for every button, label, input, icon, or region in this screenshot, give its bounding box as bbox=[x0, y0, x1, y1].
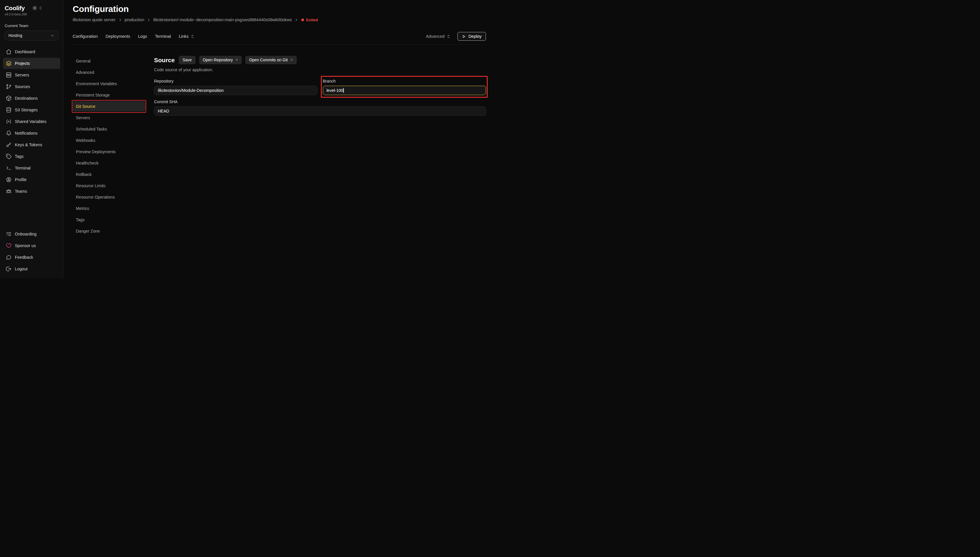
subnav-item-resource-limits[interactable]: Resource Limits bbox=[73, 181, 145, 191]
deploy-button-label: Deploy bbox=[468, 34, 481, 39]
sidebar-item-label: Destinations bbox=[15, 96, 38, 101]
theme-toggle[interactable] bbox=[32, 5, 42, 10]
configuration-content: General Advanced Environment Variables P… bbox=[73, 56, 486, 236]
sidebar: Coolify v4.0.0-beta.399 Current Team Hos… bbox=[0, 0, 63, 278]
sidebar-spacer bbox=[0, 197, 63, 228]
subnav-item-servers[interactable]: Servers bbox=[73, 112, 145, 123]
subnav-item-webhooks[interactable]: Webhooks bbox=[73, 135, 145, 146]
subnav-item-advanced[interactable]: Advanced bbox=[73, 67, 145, 78]
breadcrumb-application[interactable]: illicitestonion/-module--decomposition:m… bbox=[153, 18, 292, 22]
status-badge: Exited bbox=[301, 18, 318, 22]
status-dot bbox=[301, 19, 304, 21]
user-icon bbox=[6, 177, 11, 182]
app-logo: Coolify bbox=[5, 5, 25, 11]
package-icon bbox=[6, 95, 11, 101]
sidebar-item-notifications[interactable]: Notifications bbox=[3, 128, 60, 138]
external-link-icon bbox=[235, 59, 238, 62]
heart-icon bbox=[6, 243, 11, 249]
tab-logs[interactable]: Logs bbox=[138, 34, 147, 39]
subnav-item-persistent-storage[interactable]: Persistent Storage bbox=[73, 90, 145, 100]
sidebar-header: Coolify v4.0.0-beta.399 bbox=[0, 0, 63, 16]
subnav-item-scheduled-tasks[interactable]: Scheduled Tasks bbox=[73, 124, 145, 134]
repository-input[interactable] bbox=[154, 86, 317, 95]
sidebar-item-servers[interactable]: Servers bbox=[3, 70, 60, 80]
tab-terminal[interactable]: Terminal bbox=[155, 34, 171, 39]
source-description: Code source of your application. bbox=[154, 67, 486, 72]
sun-icon bbox=[32, 5, 37, 10]
current-team-label: Current Team bbox=[5, 24, 59, 28]
open-commits-label: Open Commits on Git bbox=[249, 58, 288, 62]
status-text: Exited bbox=[306, 18, 318, 22]
tabs: Configuration Deployments Logs Terminal … bbox=[73, 34, 194, 39]
sidebar-item-sources[interactable]: Sources bbox=[3, 81, 60, 92]
sidebar-item-tags[interactable]: Tags bbox=[3, 151, 60, 162]
subnav-item-tags[interactable]: Tags bbox=[73, 215, 145, 225]
key-icon bbox=[6, 142, 11, 148]
subnav-item-metrics[interactable]: Metrics bbox=[73, 203, 145, 214]
repository-label: Repository bbox=[154, 79, 317, 83]
subnav-item-rollback[interactable]: Rollback bbox=[73, 169, 145, 180]
sidebar-item-projects[interactable]: Projects bbox=[3, 58, 60, 69]
sidebar-item-terminal[interactable]: Terminal bbox=[3, 163, 60, 174]
sidebar-item-dashboard[interactable]: Dashboard bbox=[3, 46, 60, 57]
advanced-dropdown[interactable]: Advanced bbox=[426, 34, 450, 39]
subnav-item-healthcheck[interactable]: Healthcheck bbox=[73, 158, 145, 168]
chevron-right-icon bbox=[147, 18, 151, 22]
advanced-label: Advanced bbox=[426, 34, 445, 39]
open-repository-label: Open Repository bbox=[203, 58, 233, 62]
variable-icon bbox=[6, 119, 11, 124]
sidebar-item-label: Servers bbox=[15, 73, 29, 77]
chevron-up-down-icon bbox=[446, 34, 450, 38]
sidebar-item-label: Terminal bbox=[15, 166, 31, 170]
tab-configuration[interactable]: Configuration bbox=[73, 34, 98, 39]
app-root: Coolify v4.0.0-beta.399 Current Team Hos… bbox=[0, 0, 490, 278]
sidebar-item-label: Keys & Tokens bbox=[15, 142, 42, 147]
sidebar-item-logout[interactable]: Logout bbox=[3, 263, 60, 274]
sidebar-item-feedback[interactable]: Feedback bbox=[3, 252, 60, 263]
chevron-up-down-icon bbox=[190, 34, 194, 38]
repository-field-group: Repository bbox=[154, 79, 317, 95]
page-title: Configuration bbox=[73, 4, 486, 14]
tab-links[interactable]: Links bbox=[179, 34, 194, 39]
sidebar-item-s3-storages[interactable]: S3 Storages bbox=[3, 104, 60, 116]
subnav-item-git-source[interactable]: Git Source bbox=[73, 101, 145, 112]
sidebar-item-label: Sponsor us bbox=[15, 243, 36, 248]
open-repository-button[interactable]: Open Repository bbox=[199, 56, 242, 64]
commit-sha-input[interactable] bbox=[154, 106, 486, 116]
sidebar-item-sponsor[interactable]: Sponsor us bbox=[3, 240, 60, 251]
tab-links-label: Links bbox=[179, 34, 189, 39]
sidebar-item-label: Teams bbox=[15, 189, 27, 194]
sidebar-item-keys-tokens[interactable]: Keys & Tokens bbox=[3, 139, 60, 150]
deploy-button[interactable]: Deploy bbox=[457, 32, 486, 41]
sidebar-nav: Dashboard Projects Servers Sources Desti… bbox=[0, 46, 63, 197]
sidebar-item-label: S3 Storages bbox=[15, 107, 38, 112]
save-button[interactable]: Save bbox=[179, 56, 195, 64]
breadcrumb-project[interactable]: illicitonion quote server bbox=[73, 18, 116, 22]
sidebar-item-profile[interactable]: Profile bbox=[3, 174, 60, 185]
branch-input[interactable]: level-100 bbox=[323, 86, 486, 95]
main-content: Configuration illicitonion quote server … bbox=[63, 0, 490, 278]
subnav-item-environment-variables[interactable]: Environment Variables bbox=[73, 78, 145, 89]
breadcrumb-environment[interactable]: production bbox=[125, 18, 145, 22]
sidebar-item-teams[interactable]: Teams bbox=[3, 186, 60, 197]
team-select[interactable]: Hosting bbox=[5, 31, 59, 41]
text-caret bbox=[343, 88, 344, 93]
sidebar-item-destinations[interactable]: Destinations bbox=[3, 93, 60, 104]
sidebar-item-label: Notifications bbox=[15, 131, 37, 135]
subnav-item-general[interactable]: General bbox=[73, 56, 145, 66]
terminal-icon bbox=[6, 165, 11, 171]
git-branch-icon bbox=[6, 84, 11, 90]
sidebar-item-label: Tags bbox=[15, 154, 24, 159]
external-link-icon bbox=[290, 59, 293, 62]
subnav-item-danger-zone[interactable]: Danger Zone bbox=[73, 226, 145, 236]
open-commits-button[interactable]: Open Commits on Git bbox=[245, 56, 297, 64]
sidebar-item-onboarding[interactable]: Onboarding bbox=[3, 228, 60, 239]
layers-icon bbox=[6, 60, 11, 66]
subnav-item-preview-deployments[interactable]: Preview Deployments bbox=[73, 147, 145, 157]
subnav-item-resource-operations[interactable]: Resource Operations bbox=[73, 192, 145, 202]
breadcrumb: illicitonion quote server production ill… bbox=[73, 18, 486, 22]
tab-bar: Configuration Deployments Logs Terminal … bbox=[73, 32, 486, 45]
tab-deployments[interactable]: Deployments bbox=[106, 34, 130, 39]
logout-icon bbox=[6, 266, 11, 272]
sidebar-item-shared-variables[interactable]: Shared Variables bbox=[3, 116, 60, 127]
